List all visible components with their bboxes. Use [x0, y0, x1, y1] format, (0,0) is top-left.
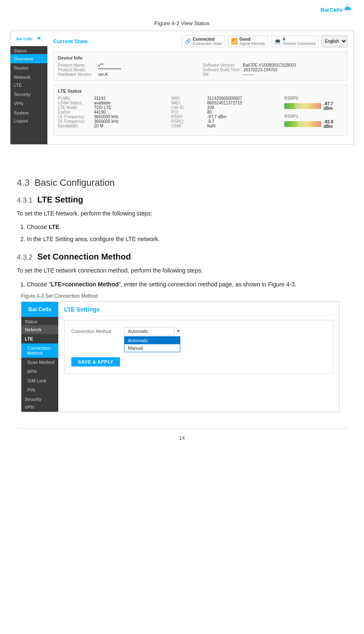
rsrp1-item: RSRP1 -92.9 dBm [284, 114, 343, 129]
section-4-3-1-heading: 4.3.1 LTE Setting [17, 195, 347, 205]
sidebar2-item-network[interactable]: Network [21, 325, 58, 334]
rsrp0-bar [284, 103, 321, 109]
devices-label: 4 [283, 37, 315, 42]
connection-icon: 🔗 [185, 38, 191, 44]
svg-text:Cells: Cells [330, 7, 343, 13]
sidebar2-item-vpn[interactable]: VPN [21, 403, 58, 412]
connection-method-row: Connection Method Automatic ▼ Automatic … [71, 327, 326, 352]
rsrp-bars: RSRP0 -97.7 dBm RSRP1 [284, 96, 343, 132]
sidebar1: Bai Cells Status Overview Routes Network… [10, 31, 47, 144]
sidebar2-item-apn[interactable]: APN [21, 367, 58, 376]
sidebar-section-system: System [10, 108, 47, 116]
step-2-1: Choose "LTE>connection Method", enter th… [27, 280, 347, 289]
save-apply-button[interactable]: SAVE & APPLY [71, 357, 120, 366]
screenshot1: Bai Cells Status Overview Routes Network… [10, 31, 354, 145]
section-4-3-1-title: LTE Setting [37, 195, 83, 204]
device-info-box: Device Info Product Name:v** Product Mod… [53, 52, 348, 81]
sidebar2-section-status: Status [21, 317, 58, 325]
sidebar-item-lte[interactable]: LTE [10, 81, 47, 90]
dropdown-row: Automatic ▼ [124, 327, 180, 335]
figure1-caption: Figure 4-2 View Status [0, 17, 364, 31]
section-4-3-1-num: 4.3.1 [17, 196, 33, 204]
dropdown-option-manual[interactable]: Manual [125, 344, 180, 352]
section-4-3-2-steps: Choose "LTE>connection Method", enter th… [17, 280, 347, 289]
svg-text:Bai: Bai [320, 7, 329, 13]
step-1-1: Choose LTE. [27, 222, 347, 231]
rsrp1-bar [284, 121, 321, 127]
language-select[interactable]: English [321, 35, 348, 47]
device-info-grid: Product Name:v** Product Model:*********… [58, 63, 343, 77]
screenshot2: Bai Cells Status Network LTE Connection … [21, 301, 340, 412]
settings-control: Automatic ▼ Automatic Manual [124, 327, 180, 352]
section-4-3-2-heading: 4.3.2 Set Connection Method [17, 252, 347, 262]
rsrp1-bar-container: -92.9 dBm [284, 120, 343, 129]
sidebar2: Bai Cells Status Network LTE Connection … [21, 302, 58, 412]
svg-text:Bai: Bai [16, 37, 22, 41]
section-4-3-2: 4.3.2 Set Connection Method To set the L… [17, 252, 347, 289]
device-info-row1: Product Name:v** Product Model:*********… [58, 63, 198, 77]
svg-text:Cells: Cells [23, 37, 33, 41]
top-bar: Current State 🔗 Connected Connection Sta… [53, 35, 348, 47]
page-number: 14 [0, 429, 364, 444]
devices-sub: Devices Connected [283, 42, 315, 46]
sidebar2-section-security: Security [21, 395, 58, 403]
devices-badge: 💻 4 Devices Connected [271, 35, 319, 47]
sidebar-item-logout[interactable]: Logout [10, 116, 47, 125]
devices-icon: 💻 [274, 38, 281, 44]
signal-icon: 📶 [231, 38, 238, 44]
main-panel: Current State 🔗 Connected Connection Sta… [47, 31, 354, 144]
current-state-title: Current State [53, 38, 88, 44]
signal-badge: 📶 Good Signal Intensity [228, 35, 268, 47]
dropdown-value: Automatic [128, 329, 148, 334]
sidebar2-item-pin[interactable]: PIN [21, 385, 58, 395]
step-2-1-bold: LTE>connection Method [51, 281, 119, 288]
signal-label: Good [239, 37, 265, 42]
section-4-3-num: 4.3 [17, 177, 30, 188]
connection-sub: Connection State [193, 42, 222, 46]
lte-status-box: LTE Status PLMN:31142 USIM Status:availa… [53, 85, 348, 136]
device-info-row2: Software Version:BaiCPE-V100B001C01B003 … [203, 63, 343, 77]
connection-method-dropdown[interactable]: Automatic [124, 327, 174, 335]
sidebar2-item-connection-method[interactable]: Connection Method [21, 343, 58, 358]
sidebar-item-security[interactable]: Security [10, 90, 47, 99]
device-info-title: Device Info [58, 55, 343, 60]
rsrp1-value: -92.9 dBm [324, 120, 343, 129]
sidebar2-item-lte[interactable]: LTE [21, 334, 58, 343]
rsrp0-bar-container: -97.7 dBm [284, 101, 343, 111]
lte-table: PLMN:31142 USIM Status:available LTE Mod… [58, 96, 280, 132]
section-4-3-2-num: 4.3.2 [17, 253, 33, 261]
sidebar-item-routes[interactable]: Routes [10, 63, 47, 73]
sidebar-logo: Bai Cells [10, 31, 47, 46]
rsrp0-item: RSRP0 -97.7 dBm [284, 96, 343, 111]
main-panel2: LTE Settings Connection Method Automatic… [58, 302, 339, 412]
settings-inner: Connection Method Automatic ▼ Automatic … [64, 320, 333, 374]
dropdown-option-automatic[interactable]: Automatic [125, 337, 180, 344]
doc-content: 4.3 Basic Configuration 4.3.1 LTE Settin… [0, 161, 364, 428]
step-1-2: In the LTE Setting area, configure the L… [27, 234, 347, 244]
lte-settings-title: LTE Settings [64, 306, 333, 316]
sidebar-item-overview[interactable]: Overview [10, 54, 47, 63]
svg-point-6 [39, 39, 39, 39]
step-1-1-bold: LTE [49, 223, 59, 230]
section-4-3-1-steps: Choose LTE. In the LTE Setting area, con… [17, 222, 347, 244]
sidebar-section-network: Network [10, 73, 47, 81]
sidebar2-logo-text: Bai Cells [29, 306, 52, 312]
sidebar-item-vpn[interactable]: VPN [10, 99, 47, 108]
rsrp0-fill [295, 103, 321, 109]
dropdown-caret-icon: ▼ [176, 329, 180, 333]
svg-point-1 [347, 10, 348, 11]
baicells-logo: Bai Cells [320, 3, 358, 17]
connection-method-label: Connection Method [71, 327, 117, 334]
lte-status-title: LTE Status [58, 88, 343, 94]
section-4-3: 4.3 Basic Configuration [17, 177, 347, 188]
section-4-3-1-body: To set the LTE Network, perform the foll… [17, 209, 347, 218]
section-4-3-title: Basic Configuration [35, 177, 115, 188]
section-4-3-2-title: Set Connection Method [37, 252, 131, 261]
sidebar2-item-scan-method[interactable]: Scan Method [21, 358, 58, 367]
connection-state-badge: 🔗 Connected Connection State [181, 35, 225, 47]
sidebar-section-status: Status [10, 46, 47, 54]
connection-label: Connected [193, 37, 222, 42]
status-badges-container: 🔗 Connected Connection State 📶 Good Sign… [181, 35, 348, 47]
rsrp1-label: RSRP1 [284, 114, 343, 119]
sidebar2-item-sim-lock[interactable]: SIM Lock [21, 376, 58, 385]
